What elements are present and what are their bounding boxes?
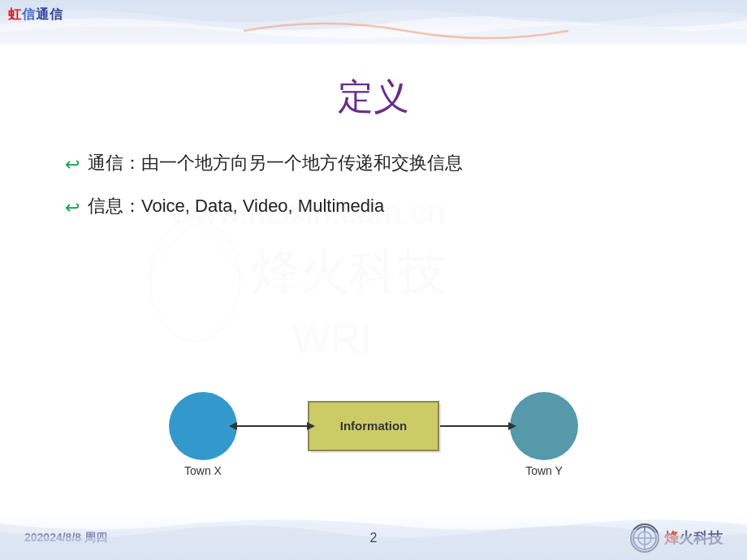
bullet-icon-2: ↩ [65,194,80,221]
information-label: Information [340,419,408,433]
diagram: Information Town X Town Y [138,381,609,487]
footer-date: 202024/8/8 周四 [24,531,107,545]
footer-page: 2 [370,531,378,545]
bullet-item-1: ↩ 通信：由一个地方向另一个地方传递和交换信息 [65,149,698,178]
logo-circle-icon [630,523,659,553]
bullet-icon-1: ↩ [65,151,80,178]
bullet-list: ↩ 通信：由一个地方向另一个地方传递和交换信息 ↩ 信息：Voice, Data… [65,149,698,221]
bullet-text-2: 信息：Voice, Data, Video, Multimedia [88,192,384,219]
footer-logo: 烽火科技 [630,523,723,553]
header: 虹信通信 [0,0,747,45]
town-x-node [169,392,237,460]
bullet-text-1: 通信：由一个地方向另一个地方传递和交换信息 [88,149,463,176]
slide-title: 定义 [49,73,698,121]
company-name: 烽火科技 [664,528,723,548]
footer: 202024/8/8 周四 2 烽火科技 [0,515,747,560]
town-y-label: Town Y [525,464,563,477]
town-x-label: Town X [184,464,222,477]
logo: 虹信通信 [8,6,63,24]
town-y-node [510,392,578,460]
bullet-item-2: ↩ 信息：Voice, Data, Video, Multimedia [65,192,698,221]
